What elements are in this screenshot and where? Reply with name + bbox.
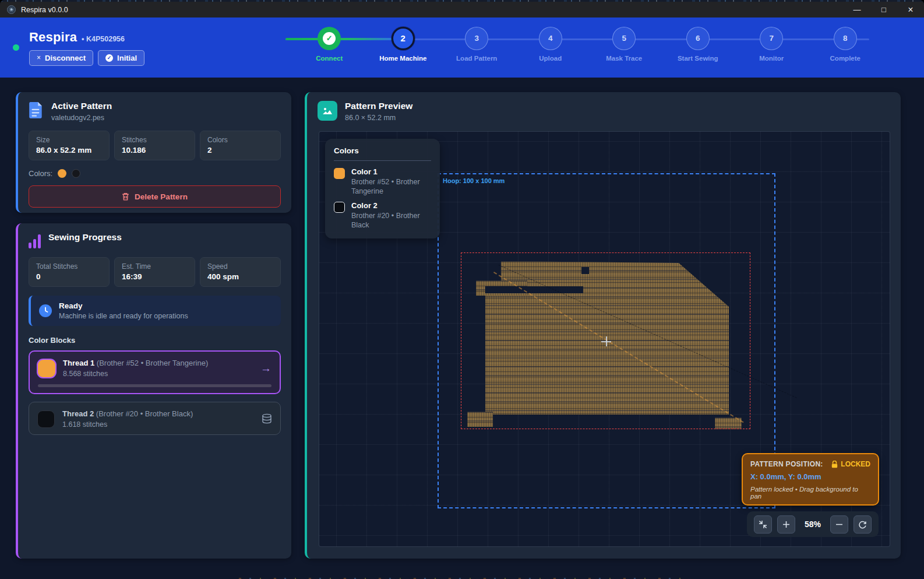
document-icon — [29, 102, 44, 118]
thread-1-block[interactable]: Thread 1 (Brother #52 • Brother Tangerin… — [29, 350, 281, 394]
thread-2-block[interactable]: Thread 2 (Brother #20 • Brother Black) 1… — [29, 402, 281, 435]
stat-est-time: Est. Time 16:39 — [114, 257, 195, 287]
brand-title: Respira — [29, 30, 77, 45]
trash-icon — [122, 192, 129, 201]
plus-icon — [782, 521, 790, 528]
machine-serial: • K4P502956 — [82, 35, 125, 43]
color-swatch-orange — [58, 169, 66, 178]
machine-status-banner: Ready Machine is idle and ready for oper… — [29, 296, 281, 326]
status-title: Ready — [59, 301, 188, 310]
step-connect[interactable]: ✓ Connect — [292, 27, 366, 69]
sewing-progress-title: Sewing Progress — [48, 232, 122, 243]
step-home-machine[interactable]: 2 Home Machine — [366, 27, 440, 69]
image-icon — [318, 101, 337, 121]
step-mask-trace[interactable]: 5 Mask Trace — [587, 27, 661, 69]
thread-1-stitches: 8.568 stitches — [63, 370, 253, 378]
fit-to-screen-button[interactable] — [754, 515, 772, 534]
legend-color-1: Color 1 Brother #52 • Brother Tangerine — [334, 167, 431, 196]
fit-icon — [759, 520, 767, 529]
minus-icon — [835, 521, 843, 528]
check-circle-icon: ✓ — [105, 54, 113, 62]
thread-1-swatch — [38, 360, 55, 377]
lock-icon — [831, 461, 838, 468]
brand-zone: Respira • K4P502956 × Disconnect ✓ Initi… — [13, 30, 144, 66]
zoom-toolbar: 58% — [747, 511, 879, 537]
app-window: Respira v0.0.0 — □ × Respira • K4P502956… — [0, 0, 924, 579]
status-description: Machine is idle and ready for operations — [59, 312, 188, 320]
app-logo-icon — [7, 5, 16, 14]
pattern-position-overlay: PATTERN POSITION: LOCKED X: 0.0mm, Y: 0.… — [742, 453, 879, 506]
locked-badge: LOCKED — [841, 460, 870, 468]
legend-swatch-black — [334, 202, 345, 213]
window-controls: — □ × — [844, 2, 924, 17]
step-monitor[interactable]: 7 Monitor — [735, 27, 809, 69]
titlebar: Respira v0.0.0 — □ × — [0, 2, 924, 17]
stat-colors: Colors 2 — [200, 131, 281, 160]
active-pattern-card: Active Pattern valetudogv2.pes Size 86.0… — [16, 92, 291, 213]
clock-icon — [39, 304, 52, 317]
layers-icon — [262, 413, 272, 424]
connection-status-dot — [13, 44, 19, 51]
stat-size: Size 86.0 x 52.2 mm — [29, 131, 110, 160]
zoom-out-button[interactable] — [830, 515, 848, 534]
delete-pattern-button[interactable]: Delete Pattern — [29, 185, 281, 208]
zoom-level: 58% — [800, 520, 825, 529]
center-crosshair-icon — [601, 336, 611, 346]
legend-color-2: Color 2 Brother #20 • Brother Black — [334, 201, 431, 230]
arrow-right-icon: → — [260, 362, 271, 375]
step-start-sewing[interactable]: 6 Start Sewing — [661, 27, 735, 69]
step-complete[interactable]: 8 Complete — [809, 27, 883, 69]
sewing-progress-card: Sewing Progress Total Stitches 0 Est. Ti… — [16, 223, 291, 559]
colors-legend: Colors Color 1 Brother #52 • Brother Tan… — [325, 139, 440, 238]
active-pattern-title: Active Pattern — [51, 101, 112, 111]
maximize-button[interactable]: □ — [870, 2, 897, 17]
step-upload[interactable]: 4 Upload — [514, 27, 588, 69]
thread-2-swatch — [37, 410, 55, 428]
stat-speed: Speed 400 spm — [200, 257, 281, 287]
stat-total-stitches: Total Stitches 0 — [29, 257, 110, 287]
legend-swatch-orange — [334, 168, 345, 179]
color-blocks-label: Color Blocks — [29, 336, 281, 345]
pattern-preview-title: Pattern Preview — [345, 101, 412, 111]
bar-chart-icon — [29, 233, 41, 248]
pattern-dimensions: 86.0 × 52.2 mm — [345, 114, 412, 122]
workflow-stepper: ✓ Connect 2 Home Machine 3 Load Pattern … — [292, 27, 882, 69]
thread-1-progress-bar — [38, 384, 271, 387]
preview-canvas[interactable]: Hoop: 100 x 100 mm Colors — [319, 131, 890, 547]
pattern-colors-row: Colors: — [29, 169, 281, 178]
minimize-button[interactable]: — — [844, 2, 870, 17]
reset-view-button[interactable] — [854, 515, 872, 534]
window-title: Respira v0.0.0 — [21, 6, 68, 14]
app-header: Respira • K4P502956 × Disconnect ✓ Initi… — [0, 17, 924, 78]
pan-hint: Pattern locked • Drag background to pan — [750, 486, 870, 500]
stat-stitches: Stitches 10.186 — [114, 131, 195, 160]
pattern-coordinates: X: 0.0mm, Y: 0.0mm — [750, 472, 870, 481]
pattern-filename: valetudogv2.pes — [51, 114, 112, 122]
pattern-preview-card: Pattern Preview 86.0 × 52.2 mm Hoop: 100… — [305, 92, 901, 559]
check-icon: ✓ — [323, 32, 336, 45]
step-load-pattern[interactable]: 3 Load Pattern — [440, 27, 514, 69]
zoom-in-button[interactable] — [777, 515, 795, 534]
thread-2-stitches: 1.618 stitches — [62, 420, 254, 429]
hoop-size-label: Hoop: 100 x 100 mm — [443, 177, 505, 184]
disconnect-button[interactable]: × Disconnect — [29, 50, 93, 66]
color-swatch-black — [72, 169, 80, 178]
close-x-icon: × — [37, 54, 41, 62]
refresh-icon — [858, 520, 867, 529]
close-button[interactable]: × — [897, 2, 924, 17]
initial-button[interactable]: ✓ Initial — [98, 50, 144, 66]
